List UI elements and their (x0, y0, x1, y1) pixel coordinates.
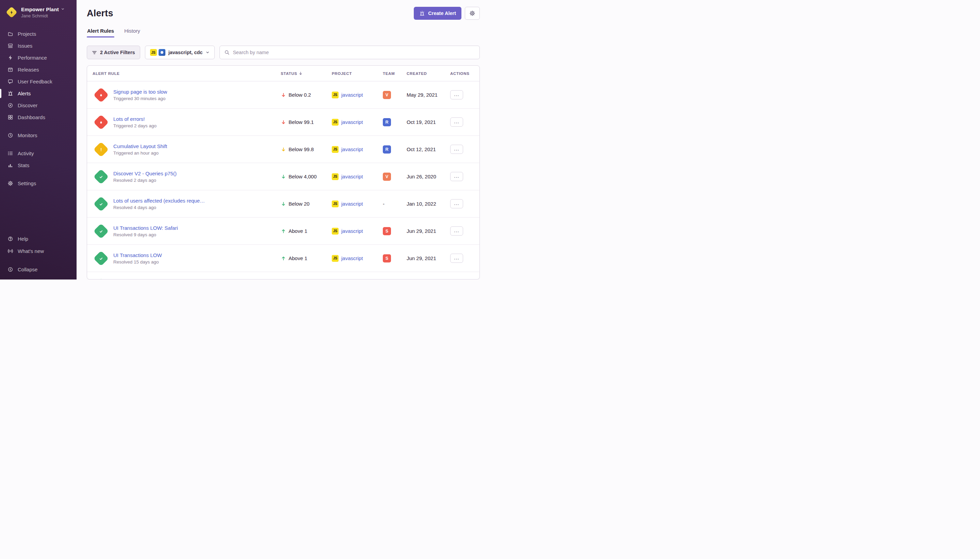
alert-rule-link[interactable]: UI Transactions LOW (113, 252, 162, 258)
sidebar: Empower Plant Jane Schmidt Projects Issu… (0, 0, 77, 280)
check-icon (93, 196, 109, 212)
alert-rule-subtext: Resolved 15 days ago (113, 260, 162, 265)
row-actions-button[interactable]: ... (450, 90, 463, 99)
project-link[interactable]: javascript (341, 119, 363, 125)
sidebar-item-user-feedback[interactable]: User Feedback (0, 76, 77, 88)
javascript-platform-icon: JS (332, 173, 338, 180)
sidebar-item-dashboards[interactable]: Dashboards (0, 111, 77, 123)
sidebar-item-what-s-new[interactable]: What's new (0, 245, 77, 257)
alert-rule-subtext: Triggered an hour ago (113, 150, 167, 155)
arrow-down-icon (281, 147, 286, 152)
sidebar-item-label: Activity (18, 150, 34, 156)
alert-rule-subtext: Resolved 9 days ago (113, 232, 178, 237)
javascript-platform-icon: JS (332, 119, 338, 126)
check-icon (93, 223, 109, 239)
sidebar-item-performance[interactable]: Performance (0, 52, 77, 64)
search-input[interactable] (233, 50, 475, 55)
project-link[interactable]: javascript (341, 228, 363, 234)
sidebar-item-issues[interactable]: Issues (0, 40, 77, 52)
projects-icon (8, 31, 13, 37)
search-icon (224, 50, 230, 55)
column-header-alert-rule[interactable]: Alert Rule (92, 71, 281, 76)
team-badge: S (383, 254, 391, 263)
status-text: Below 99.8 (289, 146, 314, 152)
alert-rule-link[interactable]: Lots of errors! (113, 116, 157, 122)
project-link[interactable]: javascript (341, 92, 363, 98)
table-row: Lots of errors! Triggered 2 days ago Bel… (87, 109, 480, 136)
table-body: Signup page is too slow Triggered 30 min… (87, 81, 480, 280)
arrow-down-icon (281, 119, 286, 125)
user-feedback-icon (8, 79, 13, 84)
search-box (219, 46, 480, 59)
column-header-status[interactable]: Status (281, 71, 332, 76)
table-row: Discover V2 - Queries p75() Resolved 2 d… (87, 163, 480, 190)
sidebar-item-label: Monitors (18, 132, 38, 138)
alert-rule-link[interactable]: Discover V2 - Queries p75() (113, 170, 177, 176)
project-link[interactable]: javascript (341, 201, 363, 207)
created-date: Jun 26, 2020 (407, 174, 450, 179)
create-alert-label: Create Alert (428, 10, 456, 16)
row-actions-button[interactable]: ... (450, 117, 463, 127)
column-header-created[interactable]: Created (407, 71, 450, 76)
project-link[interactable]: javascript (341, 174, 363, 179)
sidebar-item-collapse[interactable]: Collapse (0, 263, 77, 275)
row-actions-button[interactable]: ... (450, 254, 463, 263)
project-link[interactable]: javascript (341, 255, 363, 261)
row-actions-button[interactable]: ... (450, 227, 463, 236)
alerts-settings-button[interactable] (465, 7, 480, 20)
arrow-down-icon (281, 174, 286, 179)
alert-rule-link[interactable]: Cumulative Layout Shift (113, 143, 167, 149)
arrow-down-icon (281, 92, 286, 98)
team-badge: V (383, 173, 391, 181)
ellipsis-icon: ... (454, 228, 459, 233)
sidebar-item-alerts[interactable]: Alerts (0, 88, 77, 99)
chevron-down-icon (61, 6, 64, 12)
sidebar-item-settings[interactable]: Settings (0, 177, 77, 189)
project-selector[interactable]: JS javascript, cdc (145, 46, 215, 59)
sidebar-item-label: Collapse (18, 266, 38, 272)
create-alert-button[interactable]: Create Alert (414, 7, 462, 20)
team-badge: R (383, 146, 391, 154)
alert-rule-link[interactable]: Lots of users affected (excludes reque… (113, 198, 205, 203)
tab-alert-rules[interactable]: Alert Rules (87, 26, 114, 38)
javascript-platform-icon: JS (332, 146, 338, 153)
dashboards-icon (8, 114, 13, 120)
sidebar-item-releases[interactable]: Releases (0, 64, 77, 76)
project-link[interactable]: javascript (341, 146, 363, 152)
alert-rule-subtext: Triggered 2 days ago (113, 123, 157, 128)
sidebar-footer: Help What's new Collapse (0, 233, 77, 275)
column-header-team[interactable]: Team (383, 71, 407, 76)
sidebar-item-discover[interactable]: Discover (0, 99, 77, 111)
alert-rule-link[interactable]: UI Transactions LOW: Safari (113, 225, 178, 231)
ellipsis-icon: ... (454, 173, 459, 179)
filter-icon (92, 50, 97, 55)
ellipsis-icon: ... (454, 200, 459, 206)
column-header-project[interactable]: Project (332, 71, 383, 76)
alert-rule-link[interactable]: Signup page is too slow (113, 89, 167, 95)
help-icon (8, 236, 13, 242)
arrow-up-icon (281, 228, 286, 234)
alert-rule-subtext: Resolved 2 days ago (113, 178, 177, 183)
tab-history[interactable]: History (124, 26, 140, 38)
row-actions-button[interactable]: ... (450, 172, 463, 181)
org-switcher[interactable]: Empower Plant Jane Schmidt (0, 0, 77, 20)
sidebar-item-stats[interactable]: Stats (0, 159, 77, 171)
column-header-actions: Actions (450, 71, 474, 76)
page-header: Alerts Create Alert (87, 7, 480, 20)
cdc-project-icon (158, 49, 165, 56)
ellipsis-icon: ... (454, 255, 459, 260)
table-row: Lots of users affected (excludes reque… … (87, 190, 480, 218)
arrow-up-icon (281, 256, 286, 261)
team-badge: S (383, 227, 391, 235)
sidebar-item-projects[interactable]: Projects (0, 28, 77, 40)
table-row: Lots of users affected Resolved 19 days … (87, 272, 480, 280)
sidebar-nav: Projects Issues Performance Releases Use… (0, 28, 77, 195)
table-row: Signup page is too slow Triggered 30 min… (87, 81, 480, 109)
sidebar-item-monitors[interactable]: Monitors (0, 129, 77, 141)
sidebar-item-activity[interactable]: Activity (0, 147, 77, 159)
row-actions-button[interactable]: ... (450, 145, 463, 154)
active-filters-button[interactable]: 2 Active Filters (87, 46, 140, 59)
sidebar-item-help[interactable]: Help (0, 233, 77, 245)
row-actions-button[interactable]: ... (450, 199, 463, 208)
siren-icon (419, 10, 425, 17)
